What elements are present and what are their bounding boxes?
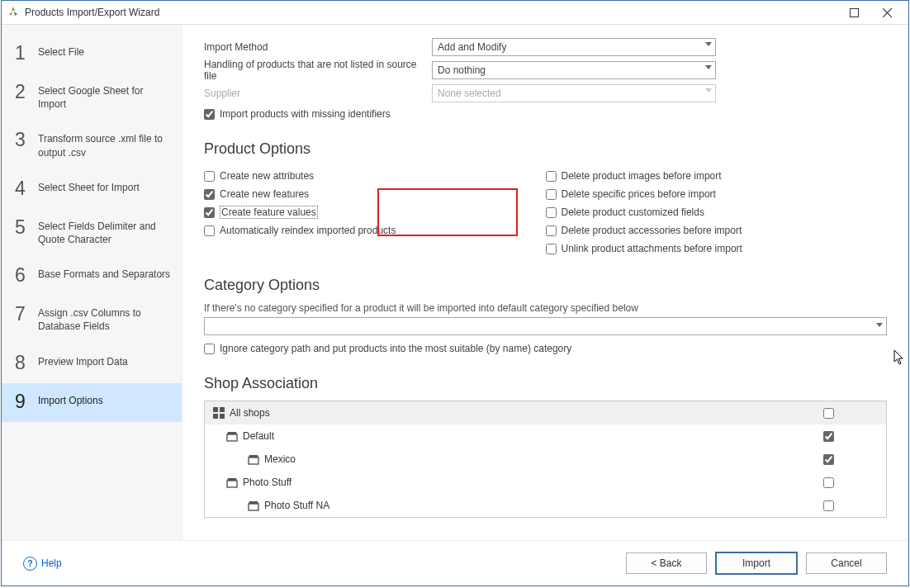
default-category-select[interactable] (204, 317, 887, 335)
svg-rect-7 (227, 434, 237, 441)
shop-checkbox[interactable] (823, 454, 834, 465)
shop-row[interactable]: Photo Stuff NA (205, 494, 886, 517)
help-link[interactable]: ?Help (23, 557, 62, 571)
option-label: Delete product accessories before import (562, 225, 742, 236)
shop-checkbox[interactable] (823, 408, 834, 419)
shop-row[interactable]: Mexico (205, 448, 886, 471)
step-number: 1 (15, 44, 35, 63)
titlebar: Products Import/Export Wizard (2, 1, 908, 25)
svg-rect-3 (213, 407, 218, 412)
shop-icon (248, 500, 259, 511)
shop-checkbox[interactable] (823, 431, 834, 442)
option-label: Delete specific prices before import (562, 188, 716, 200)
svg-rect-5 (213, 414, 218, 419)
option-row: Delete product images before import (546, 168, 888, 184)
wizard-step-8[interactable]: 8Preview Import Data (2, 344, 182, 383)
svg-rect-4 (220, 407, 225, 412)
option-checkbox[interactable] (204, 171, 215, 182)
wizard-step-7[interactable]: 7Assign .csv Columns to Database Fields (2, 296, 182, 344)
option-label: Create new attributes (220, 170, 314, 182)
step-number: 3 (15, 130, 35, 149)
step-label: Select Fields Delimiter and Quote Charac… (35, 220, 173, 246)
maximize-button[interactable] (837, 2, 870, 23)
ignore-category-row: Ignore category path and put products in… (204, 340, 887, 357)
handling-row: Handling of products that are not listed… (204, 59, 887, 82)
import-missing-checkbox[interactable] (204, 109, 215, 120)
shop-name: Mexico (264, 453, 296, 465)
option-row: Create new features (204, 186, 546, 202)
step-label: Import Options (35, 394, 173, 407)
step-label: Assign .csv Columns to Database Fields (35, 306, 173, 333)
step-label: Select Google Sheet for Import (35, 84, 173, 111)
shop-association-heading: Shop Association (204, 375, 887, 392)
chevron-down-icon (876, 323, 883, 327)
step-number: 2 (15, 83, 35, 102)
step-label: Select Sheet for Import (35, 181, 173, 194)
supplier-row: Supplier None selected (204, 84, 887, 102)
shop-row[interactable]: Default (205, 424, 886, 448)
step-label: Select File (35, 45, 173, 59)
wizard-step-9[interactable]: 9Import Options (2, 383, 182, 422)
step-label: Preview Import Data (35, 355, 173, 368)
import-method-row: Import Method Add and Modify (204, 38, 887, 56)
product-options-heading: Product Options (204, 140, 887, 158)
option-checkbox[interactable] (546, 207, 557, 218)
shop-row[interactable]: All shops (205, 401, 886, 424)
option-label: Automatically reindex imported products (220, 225, 396, 236)
option-row: Create new attributes (204, 168, 546, 184)
svg-rect-6 (220, 414, 225, 419)
step-number: 8 (15, 353, 35, 372)
option-row: Unlink product attachments before import (546, 240, 888, 257)
option-checkbox[interactable] (204, 225, 215, 236)
option-checkbox[interactable] (204, 207, 215, 218)
step-number: 5 (15, 218, 35, 237)
ignore-category-checkbox[interactable] (204, 344, 215, 354)
import-method-select[interactable]: Add and Modify (432, 38, 716, 56)
option-label: Unlink product attachments before import (562, 243, 742, 254)
wizard-step-3[interactable]: 3Transform source .xml file to output .c… (2, 121, 182, 169)
footer: ?Help < Back Import Cancel (2, 540, 908, 586)
option-label: Create new features (220, 188, 309, 200)
category-options-heading: Category Options (204, 277, 887, 294)
svg-rect-0 (850, 8, 858, 17)
window-title: Products Import/Export Wizard (25, 7, 837, 18)
shop-checkbox[interactable] (823, 500, 834, 511)
wizard-window: Products Import/Export Wizard 1Select Fi… (1, 0, 909, 586)
option-row: Automatically reindex imported products (204, 222, 546, 239)
handling-select[interactable]: Do nothing (432, 61, 716, 79)
option-label: Delete product customized fields (562, 206, 704, 218)
chevron-down-icon (705, 65, 712, 69)
import-method-label: Import Method (204, 41, 432, 53)
svg-rect-8 (249, 458, 258, 464)
shop-icon (226, 430, 238, 442)
step-label: Transform source .xml file to output .cs… (35, 132, 173, 159)
close-button[interactable] (870, 2, 903, 23)
wizard-step-2[interactable]: 2Select Google Sheet for Import (2, 74, 182, 121)
import-button[interactable]: Import (715, 552, 798, 575)
shop-name: Photo Stuff NA (264, 500, 329, 511)
ignore-category-label: Ignore category path and put products in… (220, 343, 571, 354)
step-number: 6 (15, 266, 35, 285)
option-checkbox[interactable] (546, 225, 557, 236)
shop-row[interactable]: Photo Stuff (205, 471, 886, 494)
wizard-step-6[interactable]: 6Base Formats and Separators (2, 257, 182, 296)
shop-checkbox[interactable] (823, 477, 834, 488)
chevron-down-icon (705, 88, 712, 92)
option-checkbox[interactable] (546, 244, 557, 254)
wizard-steps-sidebar: 1Select File2Select Google Sheet for Imp… (2, 25, 182, 540)
step-label: Base Formats and Separators (35, 268, 173, 281)
step-number: 9 (15, 392, 35, 411)
wizard-step-1[interactable]: 1Select File (2, 35, 182, 74)
shop-tree: All shopsDefaultMexicoPhoto StuffPhoto S… (204, 401, 887, 518)
wizard-step-4[interactable]: 4Select Sheet for Import (2, 170, 182, 209)
category-note: If there's no category specified for a p… (204, 302, 887, 314)
import-missing-label: Import products with missing identifiers (220, 108, 391, 120)
option-checkbox[interactable] (204, 189, 215, 200)
option-row: Delete product accessories before import (546, 222, 888, 239)
option-checkbox[interactable] (546, 189, 557, 200)
cancel-button[interactable]: Cancel (806, 552, 887, 574)
wizard-step-5[interactable]: 5Select Fields Delimiter and Quote Chara… (2, 209, 182, 257)
option-checkbox[interactable] (546, 171, 557, 182)
step-number: 4 (15, 179, 35, 198)
back-button[interactable]: < Back (626, 552, 707, 574)
